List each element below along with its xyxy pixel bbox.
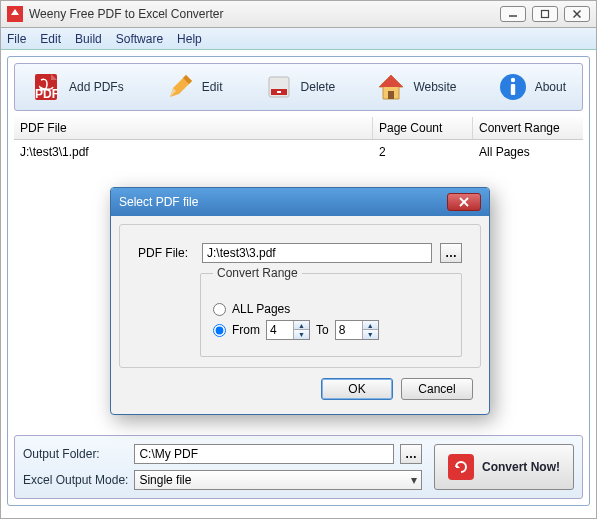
menu-help[interactable]: Help bbox=[177, 32, 202, 46]
to-spinner[interactable]: ▲▼ bbox=[335, 320, 379, 340]
pdf-file-label: PDF File: bbox=[138, 246, 194, 260]
maximize-button[interactable] bbox=[532, 6, 558, 22]
modal-backdrop: Select PDF file PDF File: … Convert Rang… bbox=[8, 57, 589, 505]
menu-software[interactable]: Software bbox=[116, 32, 163, 46]
menu-edit[interactable]: Edit bbox=[40, 32, 61, 46]
from-up[interactable]: ▲ bbox=[294, 321, 309, 330]
title-bar: Weeny Free PDF to Excel Converter bbox=[0, 0, 597, 28]
svg-rect-1 bbox=[542, 11, 549, 18]
select-pdf-dialog: Select PDF file PDF File: … Convert Rang… bbox=[110, 187, 490, 415]
window-title: Weeny Free PDF to Excel Converter bbox=[29, 7, 500, 21]
to-value[interactable] bbox=[336, 323, 362, 337]
from-label: From bbox=[232, 323, 260, 337]
convert-range-group: Convert Range ALL Pages From ▲▼ bbox=[200, 273, 462, 357]
close-button[interactable] bbox=[564, 6, 590, 22]
all-pages-label: ALL Pages bbox=[232, 302, 290, 316]
menu-bar: File Edit Build Software Help bbox=[1, 28, 596, 50]
to-up[interactable]: ▲ bbox=[363, 321, 378, 330]
menu-file[interactable]: File bbox=[7, 32, 26, 46]
from-radio[interactable] bbox=[213, 324, 226, 337]
ok-button[interactable]: OK bbox=[321, 378, 393, 400]
dialog-close-button[interactable] bbox=[447, 193, 481, 211]
to-down[interactable]: ▼ bbox=[363, 330, 378, 339]
dialog-titlebar: Select PDF file bbox=[111, 188, 489, 216]
app-icon bbox=[7, 6, 23, 22]
cancel-button[interactable]: Cancel bbox=[401, 378, 473, 400]
all-pages-radio[interactable] bbox=[213, 303, 226, 316]
browse-pdf-button[interactable]: … bbox=[440, 243, 462, 263]
from-value[interactable] bbox=[267, 323, 293, 337]
menu-build[interactable]: Build bbox=[75, 32, 102, 46]
to-label: To bbox=[316, 323, 329, 337]
dialog-title: Select PDF file bbox=[119, 195, 447, 209]
minimize-button[interactable] bbox=[500, 6, 526, 22]
pdf-file-input[interactable] bbox=[202, 243, 432, 263]
from-down[interactable]: ▼ bbox=[294, 330, 309, 339]
from-spinner[interactable]: ▲▼ bbox=[266, 320, 310, 340]
convert-range-title: Convert Range bbox=[213, 266, 302, 280]
